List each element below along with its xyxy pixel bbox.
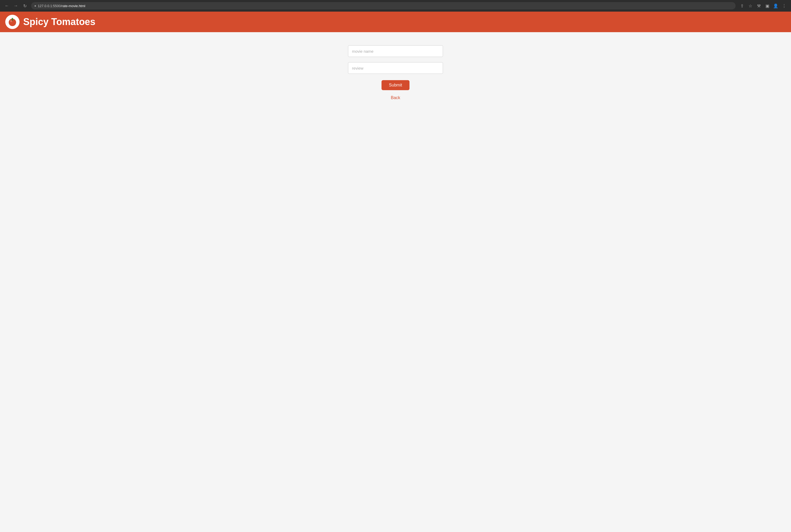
movie-name-input[interactable]	[348, 45, 443, 57]
tab-button[interactable]: ▣	[764, 2, 771, 10]
review-input[interactable]	[348, 62, 443, 74]
browser-actions: ⇧ ☆ ⚒ ▣ 👤 ⋮	[738, 2, 788, 10]
forward-button[interactable]: →	[12, 2, 20, 10]
profile-button[interactable]: 👤	[772, 2, 779, 10]
submit-button[interactable]: Submit	[382, 80, 409, 90]
browser-nav-buttons: ← → ↻	[3, 2, 29, 10]
address-bar[interactable]: ● 127.0.0.1:5500/rate-movie.html	[31, 2, 736, 10]
menu-button[interactable]: ⋮	[780, 2, 788, 10]
app-header: Spicy Tomatoes	[0, 12, 791, 32]
back-link[interactable]: Back	[391, 95, 400, 100]
lock-icon: ●	[34, 4, 36, 8]
tomato-logo	[5, 15, 20, 29]
tomato-icon	[8, 17, 17, 26]
bookmark-button[interactable]: ☆	[747, 2, 754, 10]
browser-chrome: ← → ↻ ● 127.0.0.1:5500/rate-movie.html ⇧…	[0, 0, 791, 12]
main-content: Submit Back	[0, 32, 791, 100]
url-display: 127.0.0.1:5500/rate-movie.html	[38, 4, 85, 8]
reload-button[interactable]: ↻	[21, 2, 29, 10]
app-title: Spicy Tomatoes	[23, 16, 95, 27]
back-button[interactable]: ←	[3, 2, 11, 10]
share-button[interactable]: ⇧	[738, 2, 746, 10]
extensions-button[interactable]: ⚒	[755, 2, 762, 10]
svg-point-3	[12, 18, 13, 20]
